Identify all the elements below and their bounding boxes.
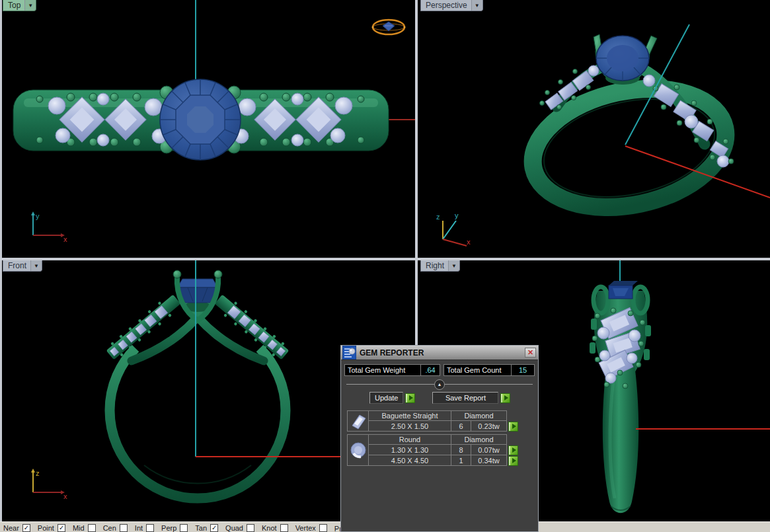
osnap-perp: Perp bbox=[161, 524, 188, 532]
osnap-int-checkbox[interactable] bbox=[146, 524, 154, 532]
osnap-cen-checkbox[interactable] bbox=[120, 524, 128, 532]
gem-weight: 0.07tw bbox=[471, 445, 507, 455]
viewport-perspective[interactable]: z y x Perspective ▼ bbox=[418, 0, 770, 258]
axis-y-label: y bbox=[36, 212, 40, 220]
update-button[interactable]: Update bbox=[369, 392, 403, 404]
axis-z-label: z bbox=[36, 469, 40, 477]
chevron-down-icon[interactable]: ▼ bbox=[24, 0, 36, 11]
osnap-tan-checkbox[interactable] bbox=[210, 524, 218, 532]
viewport-tab-perspective[interactable]: Perspective ▼ bbox=[420, 0, 483, 11]
osnap-quad: Quad bbox=[225, 524, 254, 532]
gem-weight: 0.34tw bbox=[471, 455, 507, 466]
osnap-near-checkbox[interactable] bbox=[22, 524, 30, 532]
gem-size: 2.50 X 1.50 bbox=[369, 421, 451, 432]
total-gem-count-value: 15 bbox=[512, 364, 535, 376]
gem-reporter-titlebar[interactable]: GEM REPORTER ✕ bbox=[341, 346, 538, 360]
axis-x-label: x bbox=[63, 235, 67, 243]
gem-shape: Baguette Straight bbox=[369, 410, 451, 421]
osnap-cen-label: Cen bbox=[103, 524, 116, 532]
osnap-perp-checkbox[interactable] bbox=[180, 524, 188, 532]
gem-header-row: Round Diamond bbox=[369, 434, 518, 445]
gem-row-arrow-button[interactable] bbox=[508, 456, 518, 466]
osnap-mid: Mid bbox=[73, 524, 96, 532]
total-gem-count-label: Total Gem Count bbox=[443, 364, 512, 376]
gem-reporter-icon bbox=[342, 346, 356, 360]
osnap-mid-checkbox[interactable] bbox=[88, 524, 96, 532]
gem-row-arrow-button[interactable] bbox=[508, 422, 518, 432]
total-gem-weight-value: .64 bbox=[421, 364, 440, 376]
viewport-splitter-horizontal[interactable] bbox=[0, 258, 770, 260]
gem-material: Diamond bbox=[451, 410, 507, 421]
osnap-vertex-label: Vertex bbox=[295, 524, 316, 532]
osnap-point-label: Point bbox=[38, 524, 54, 532]
osnap-quad-label: Quad bbox=[225, 524, 243, 532]
viewport-tab-right-label: Right bbox=[421, 260, 448, 271]
viewport-tab-top[interactable]: Top ▼ bbox=[3, 0, 36, 11]
osnap-tan-label: Tan bbox=[195, 524, 207, 532]
axis-x-label: x bbox=[63, 492, 67, 500]
gem-count: 6 bbox=[451, 421, 471, 432]
viewport-tab-right[interactable]: Right ▼ bbox=[420, 260, 460, 272]
osnap-int: Int bbox=[135, 524, 154, 532]
cplane-axis-gnomon: y x bbox=[24, 209, 71, 243]
gem-reporter-dialog: GEM REPORTER ✕ Total Gem Weight .64 Tota… bbox=[340, 345, 539, 532]
gem-group-baguette: Baguette Straight Diamond 2.50 X 1.50 6 … bbox=[347, 410, 538, 432]
osnap-knot-label: Knot bbox=[262, 524, 277, 532]
gem-count: 1 bbox=[451, 455, 471, 466]
osnap-mid-label: Mid bbox=[73, 524, 85, 532]
gem-totals-row: Total Gem Weight .64 Total Gem Count 15 bbox=[344, 364, 535, 376]
osnap-near: Near bbox=[3, 524, 30, 532]
gem-size: 4.50 X 4.50 bbox=[369, 455, 451, 466]
viewport-tab-front[interactable]: Front ▼ bbox=[3, 260, 42, 272]
gem-data-row: 2.50 X 1.50 6 0.23tw bbox=[369, 421, 518, 432]
arrow-right-icon bbox=[512, 424, 516, 429]
axis-y-label: y bbox=[455, 211, 459, 219]
chevron-down-icon[interactable]: ▼ bbox=[30, 260, 42, 271]
chevron-down-icon[interactable]: ▼ bbox=[471, 0, 482, 11]
osnap-near-label: Near bbox=[3, 524, 19, 532]
osnap-point: Point bbox=[38, 524, 65, 532]
cplane-axis-gnomon: z y x bbox=[432, 210, 475, 251]
osnap-vertex: Vertex bbox=[295, 524, 327, 532]
arrow-right-icon bbox=[512, 447, 516, 453]
axis-z-label: z bbox=[436, 213, 440, 221]
gem-row-arrow-button[interactable] bbox=[508, 445, 518, 455]
dialog-buttons-row: Update Save Report bbox=[369, 392, 538, 404]
arrow-right-icon bbox=[409, 395, 413, 400]
gem-material: Diamond bbox=[451, 434, 507, 445]
ring-guide-icon bbox=[370, 13, 407, 40]
dialog-section-divider: ▲ bbox=[346, 384, 533, 385]
gem-group-round: Round Diamond 1.30 X 1.30 8 0.07tw 4.50 … bbox=[347, 434, 538, 466]
cad-application-window: y x Top ▼ bbox=[0, 0, 770, 532]
save-report-button[interactable]: Save Report bbox=[432, 392, 498, 404]
gem-size: 1.30 X 1.30 bbox=[369, 445, 451, 455]
osnap-point-checkbox[interactable] bbox=[58, 524, 65, 532]
arrow-right-icon bbox=[512, 458, 516, 463]
cplane-axis-gnomon: z x bbox=[24, 466, 71, 500]
osnap-vertex-checkbox[interactable] bbox=[319, 524, 327, 532]
collapse-toggle-button[interactable]: ▲ bbox=[434, 379, 445, 390]
gem-data-row: 4.50 X 4.50 1 0.34tw bbox=[369, 455, 518, 466]
gem-weight: 0.23tw bbox=[471, 421, 507, 432]
gem-header-row: Baguette Straight Diamond bbox=[369, 410, 518, 421]
osnap-tan: Tan bbox=[195, 524, 218, 532]
save-report-arrow-button[interactable] bbox=[500, 393, 510, 403]
window-left-edge bbox=[0, 0, 2, 532]
viewport-tab-top-label: Top bbox=[3, 0, 24, 11]
round-gem-icon bbox=[347, 434, 369, 466]
viewport-tab-front-label: Front bbox=[3, 260, 30, 271]
dialog-title: GEM REPORTER bbox=[360, 348, 525, 358]
chevron-down-icon[interactable]: ▼ bbox=[448, 260, 459, 271]
gem-shape: Round bbox=[369, 434, 451, 445]
baguette-gem-icon bbox=[347, 410, 369, 432]
osnap-cen: Cen bbox=[103, 524, 128, 532]
axis-x-label: x bbox=[467, 238, 471, 246]
osnap-knot: Knot bbox=[262, 524, 288, 532]
viewport-top[interactable]: y x Top ▼ bbox=[0, 0, 415, 258]
osnap-quad-checkbox[interactable] bbox=[247, 524, 254, 532]
total-gem-weight-label: Total Gem Weight bbox=[344, 364, 421, 376]
gem-table: Baguette Straight Diamond 2.50 X 1.50 6 … bbox=[347, 410, 538, 466]
osnap-knot-checkbox[interactable] bbox=[280, 524, 288, 532]
close-icon[interactable]: ✕ bbox=[525, 348, 536, 358]
update-arrow-button[interactable] bbox=[405, 393, 415, 403]
